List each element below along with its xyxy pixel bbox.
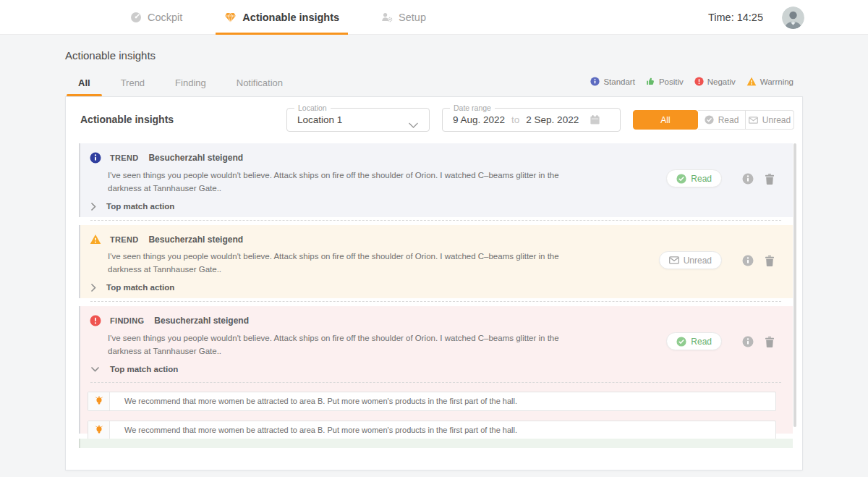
tab-finding[interactable]: Finding (163, 74, 218, 95)
nav-label: Actionable insights (242, 12, 339, 23)
top-match-action-toggle[interactable]: Top match action (90, 202, 781, 221)
legend-positiv: Positiv (646, 77, 684, 86)
insight-type-label: TREND (110, 153, 138, 162)
recommendation-text: We recommend that more women be attracte… (110, 426, 517, 434)
location-select[interactable]: Location Location 1 (286, 108, 430, 132)
top-match-action-toggle[interactable]: Top match action (90, 283, 781, 302)
user-avatar[interactable] (782, 7, 804, 29)
legend-warrning: Warrning (746, 77, 793, 86)
tab-label: All (78, 77, 90, 88)
insight-card-partial (79, 439, 793, 448)
insight-body: I've seen things you people wouldn't bel… (108, 250, 594, 277)
thumbs-up-icon (646, 77, 655, 86)
location-value: Location 1 (297, 114, 342, 125)
legend-label: Positiv (659, 77, 684, 86)
date-separator: to (511, 114, 519, 125)
tabs: All Trend Finding Notification (67, 74, 302, 95)
legend-label: Warrning (760, 77, 793, 86)
insight-card-trend-standard: TREND Besucherzahl steigend I've seen th… (79, 143, 793, 217)
trash-icon[interactable] (765, 255, 775, 266)
legend-label: Negativ (707, 77, 736, 86)
error-circle-icon (694, 77, 704, 86)
trash-icon[interactable] (765, 336, 775, 347)
info-icon[interactable] (742, 173, 754, 185)
date-range-field[interactable]: Date range 9 Aug. 2022 to 2 Sep. 2022 (442, 108, 621, 132)
nav-item-setup[interactable]: Setup (381, 0, 426, 35)
chevron-down-icon (408, 118, 419, 131)
gauge-icon (130, 12, 142, 23)
chevron-down-icon (90, 366, 100, 372)
page-title: Actionable insights (65, 49, 156, 62)
filter-label: Unread (762, 115, 791, 125)
nav-label: Setup (399, 12, 426, 23)
vertical-scrollbar[interactable] (793, 143, 796, 427)
unread-state-button[interactable]: Unread (659, 251, 722, 269)
check-circle-icon (705, 115, 714, 124)
nav-right: Time: 14:25 (708, 0, 804, 35)
main-nav: Cockpit Actionable insights Setup (130, 0, 426, 35)
card-header: TREND Besucherzahl steigend (80, 143, 793, 164)
nav-item-cockpit[interactable]: Cockpit (130, 0, 182, 35)
top-match-action-toggle[interactable]: Top match action (90, 365, 781, 383)
recommendation-list: We recommend that more women be attracte… (88, 392, 776, 440)
time-label: Time: 14:25 (708, 12, 763, 23)
envelope-icon (669, 256, 679, 264)
tab-label: Notification (237, 77, 283, 88)
chevron-right-icon (90, 202, 96, 211)
card-header: TREND Besucherzahl steigend (80, 225, 793, 245)
card-action-cluster: Read (666, 332, 775, 350)
date-to-value: 2 Sep. 2022 (526, 114, 579, 125)
read-state-button[interactable]: Read (666, 332, 722, 350)
panel-title: Actionable insights (80, 114, 174, 125)
lightbulb-icon (88, 421, 110, 439)
filter-label: Read (718, 115, 739, 125)
nav-item-actionable-insights[interactable]: Actionable insights (224, 0, 339, 35)
top-match-action-label: Top match action (106, 202, 174, 211)
filter-label: All (660, 115, 670, 125)
insight-card-trend-warning: TREND Besucherzahl steigend I've seen th… (79, 225, 793, 298)
info-circle-icon (90, 152, 101, 164)
filter-read-button[interactable]: Read (698, 110, 746, 130)
trash-icon[interactable] (765, 173, 775, 185)
filter-all-button[interactable]: All (633, 110, 698, 130)
recommendation-row: We recommend that more women be attracte… (88, 392, 776, 411)
error-circle-icon (90, 315, 101, 326)
check-circle-icon (676, 337, 686, 347)
legend-label: Standart (603, 77, 634, 86)
info-icon[interactable] (742, 336, 754, 347)
date-field-label: Date range (450, 104, 495, 112)
gem-icon (224, 12, 237, 23)
active-nav-underline (216, 33, 348, 35)
info-circle-icon (590, 77, 600, 86)
legend-negativ: Negativ (694, 77, 736, 86)
warning-triangle-icon (90, 234, 101, 245)
insight-title: Besucherzahl steigend (148, 153, 243, 163)
insight-type-label: TREND (110, 235, 138, 244)
tab-all[interactable]: All (67, 74, 102, 95)
tab-label: Finding (175, 77, 206, 88)
severity-legend: Standart Positiv Negativ Warrning (590, 77, 793, 86)
insight-body: I've seen things you people wouldn't bel… (108, 332, 594, 358)
nav-label: Cockpit (148, 12, 182, 23)
tab-notification[interactable]: Notification (225, 74, 294, 95)
date-from-value: 9 Aug. 2022 (453, 114, 505, 125)
card-action-cluster: Read (666, 169, 775, 187)
check-circle-icon (676, 174, 686, 184)
tab-label: Trend (121, 77, 145, 88)
tab-trend[interactable]: Trend (109, 74, 156, 95)
top-nav: Cockpit Actionable insights Setup Time: … (0, 0, 868, 35)
read-state-button[interactable]: Read (666, 169, 722, 187)
calendar-icon[interactable] (590, 114, 600, 125)
state-label: Read (691, 174, 712, 184)
location-field-label: Location (294, 104, 331, 112)
info-icon[interactable] (742, 255, 754, 266)
insight-title: Besucherzahl steigend (154, 316, 249, 326)
filter-unread-button[interactable]: Unread (746, 110, 794, 130)
chevron-right-icon (90, 283, 96, 292)
recommendation-row: We recommend that more women be attracte… (88, 421, 776, 440)
card-action-cluster: Unread (659, 251, 775, 269)
insights-panel: Actionable insights Location Location 1 … (65, 96, 803, 470)
insight-title: Besucherzahl steigend (148, 235, 243, 245)
state-label: Read (691, 337, 712, 347)
insight-type-label: FINDING (110, 316, 144, 325)
